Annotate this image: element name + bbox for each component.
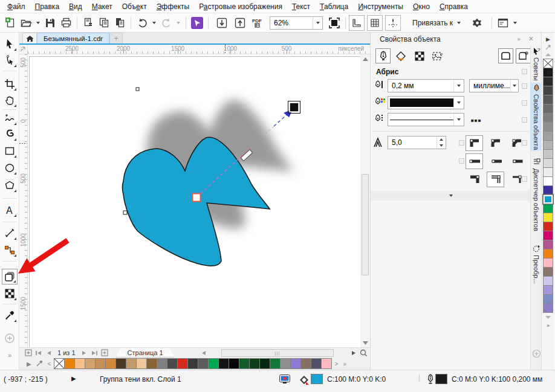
- fill-section-icon[interactable]: [394, 48, 409, 63]
- color-swatch[interactable]: [85, 358, 96, 369]
- publish-pdf-button[interactable]: PDF: [250, 15, 266, 31]
- outline-color-swatch-status[interactable]: [435, 374, 447, 384]
- color-swatch[interactable]: [543, 185, 553, 195]
- color-swatch[interactable]: [167, 358, 178, 369]
- scroll-down-arrow[interactable]: [360, 338, 370, 347]
- search-content-button[interactable]: [189, 15, 205, 31]
- scroll-view-button[interactable]: [516, 48, 531, 63]
- color-swatch[interactable]: [543, 95, 553, 104]
- palette-scroll-right[interactable]: >: [335, 361, 339, 367]
- redo-button[interactable]: [158, 15, 174, 31]
- palette-eyedropper[interactable]: [36, 360, 43, 368]
- color-swatch[interactable]: [259, 358, 270, 369]
- zoom-page-button[interactable]: [359, 349, 369, 358]
- color-swatch[interactable]: [543, 240, 553, 249]
- color-swatch[interactable]: [218, 358, 229, 369]
- color-swatch[interactable]: [300, 358, 311, 369]
- color-swatch[interactable]: [311, 358, 322, 369]
- vertical-scrollbar[interactable]: [360, 54, 370, 347]
- color-swatch[interactable]: [543, 267, 553, 277]
- color-swatch[interactable]: [543, 194, 553, 204]
- cap-butt-button[interactable]: [466, 153, 483, 169]
- pick-tool[interactable]: [2, 36, 18, 52]
- docker-tab-hints[interactable]: ? Советы: [531, 46, 542, 81]
- undo-dropdown[interactable]: [150, 15, 158, 31]
- color-swatch[interactable]: [208, 358, 219, 369]
- color-swatch[interactable]: [543, 122, 553, 132]
- color-swatch[interactable]: [321, 358, 332, 369]
- open-document-button[interactable]: [18, 15, 34, 31]
- menu-7[interactable]: Текст: [287, 1, 315, 13]
- outline-color-combo[interactable]: [388, 96, 464, 109]
- color-swatch[interactable]: [543, 104, 553, 114]
- rectangle-tool[interactable]: [2, 143, 18, 159]
- palette-flyout-arrow[interactable]: ▶: [27, 361, 31, 367]
- connector-tool[interactable]: [2, 242, 18, 258]
- miter-up-button[interactable]: [437, 137, 446, 143]
- scroll-left-arrow[interactable]: [199, 349, 209, 358]
- color-swatch[interactable]: [543, 285, 553, 295]
- color-swatch[interactable]: [543, 158, 553, 168]
- shape-tool[interactable]: [2, 53, 18, 68]
- outline-section-icon[interactable]: [375, 48, 391, 63]
- object-node[interactable]: [136, 88, 139, 91]
- rpalette-expand[interactable]: »: [547, 321, 550, 329]
- docker-close-button[interactable]: ✕: [528, 35, 534, 43]
- color-swatch[interactable]: [543, 149, 553, 159]
- redo-dropdown[interactable]: [174, 15, 183, 31]
- color-swatch[interactable]: [136, 358, 147, 369]
- color-swatch[interactable]: [187, 358, 198, 369]
- color-swatch[interactable]: [543, 213, 553, 222]
- style-lock-checkbox[interactable]: [522, 117, 527, 123]
- property-bar-toggle[interactable]: [495, 15, 511, 31]
- color-swatch[interactable]: [157, 358, 167, 369]
- property-bar-dropdown[interactable]: [511, 15, 519, 31]
- menu-2[interactable]: Вид: [64, 1, 87, 13]
- color-swatch[interactable]: [543, 294, 553, 304]
- add-page-after-button[interactable]: [100, 349, 110, 358]
- shadow-center-handle[interactable]: [193, 194, 201, 202]
- menu-8[interactable]: Таблица: [315, 1, 353, 13]
- color-swatch[interactable]: [177, 358, 188, 369]
- cap-square-button[interactable]: [508, 153, 525, 169]
- show-rulers-toggle[interactable]: [349, 15, 365, 31]
- docker-add-tab-button[interactable]: [531, 348, 542, 362]
- docker-tab-transform[interactable]: Преобр...: [531, 243, 542, 288]
- color-swatch[interactable]: [543, 77, 553, 86]
- color-swatch[interactable]: [543, 113, 553, 123]
- docker-tab-object-properties[interactable]: Свойства объекта: [531, 83, 542, 151]
- drop-shadow-tool[interactable]: [2, 269, 18, 284]
- menu-11[interactable]: Справка: [435, 1, 473, 13]
- color-swatch[interactable]: [105, 358, 116, 369]
- color-swatch[interactable]: [239, 358, 250, 369]
- corner-round-button[interactable]: [487, 135, 504, 151]
- save-button[interactable]: [42, 15, 58, 31]
- color-swatch[interactable]: [115, 358, 126, 369]
- outline-position-center-button[interactable]: [487, 172, 504, 187]
- color-swatch[interactable]: [74, 358, 85, 369]
- miter-lock-checkbox[interactable]: [459, 140, 464, 146]
- menu-1[interactable]: Правка: [30, 1, 65, 13]
- outline-position-outside-button[interactable]: [466, 172, 483, 187]
- rpalette-scroll-down[interactable]: [545, 313, 551, 321]
- outline-width-combo[interactable]: 0,2 мм: [388, 79, 464, 92]
- scroll-up-arrow[interactable]: [360, 54, 370, 63]
- rpalette-flyout-arrow[interactable]: ▶: [546, 35, 550, 43]
- copy-button[interactable]: [96, 15, 112, 31]
- color-swatch[interactable]: [198, 358, 209, 369]
- snap-to-button[interactable]: Привязать к: [408, 16, 465, 30]
- outline-lock-checkbox[interactable]: [522, 69, 527, 74]
- miter-down-button[interactable]: [437, 143, 446, 149]
- corner-miter-button[interactable]: [466, 135, 483, 151]
- outline-style-more-button[interactable]: ■■■: [471, 118, 482, 123]
- color-swatch[interactable]: [280, 358, 291, 369]
- transparency-tool[interactable]: [2, 286, 18, 301]
- fullscreen-preview-button[interactable]: [326, 15, 342, 31]
- polygon-tool[interactable]: [2, 178, 18, 193]
- docker-tab-object-manager[interactable]: Диспетчер объектов: [531, 157, 542, 237]
- paste-button[interactable]: [112, 15, 128, 31]
- zoom-level-combo[interactable]: 62%: [270, 16, 323, 30]
- transparency-section-icon[interactable]: [412, 48, 427, 63]
- docker-expand-button[interactable]: [371, 191, 531, 201]
- new-document-button[interactable]: [2, 15, 18, 31]
